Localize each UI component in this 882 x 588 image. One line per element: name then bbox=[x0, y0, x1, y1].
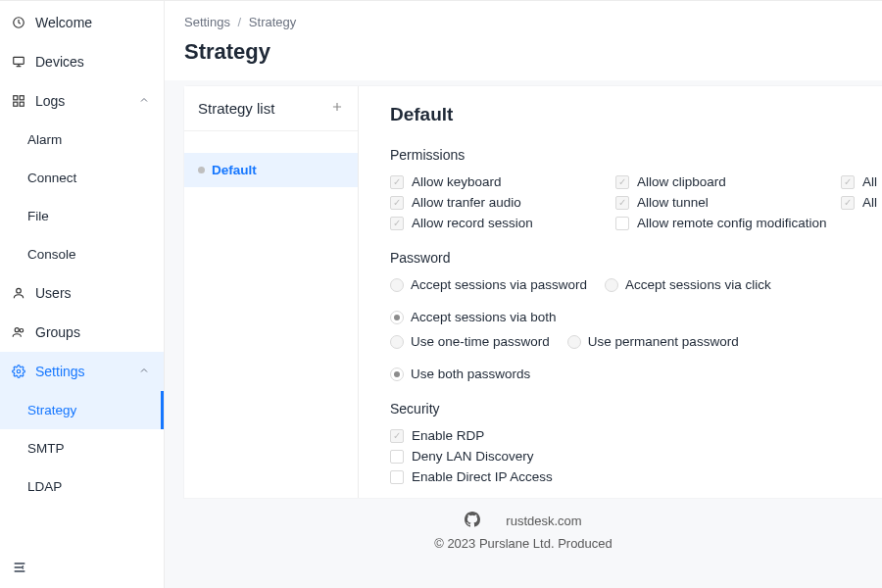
strategy-list-item[interactable]: Default bbox=[184, 153, 358, 187]
checkbox-icon bbox=[390, 429, 404, 443]
svg-rect-3 bbox=[20, 96, 24, 100]
radio-icon bbox=[567, 335, 581, 349]
radio-icon bbox=[390, 335, 404, 349]
collapse-icon bbox=[12, 560, 27, 575]
nav: Welcome Devices Logs Alarm bbox=[0, 3, 164, 550]
gear-icon bbox=[12, 365, 25, 378]
pw-use-both[interactable]: Use both passwords bbox=[390, 367, 530, 381]
breadcrumb: Settings / Strategy bbox=[165, 1, 882, 31]
svg-point-9 bbox=[17, 369, 21, 373]
sidebar-item-label: Strategy bbox=[27, 403, 147, 417]
permissions-heading: Permissions bbox=[390, 147, 882, 163]
perm-allow-tunnel[interactable]: Allow tunnel bbox=[615, 195, 841, 210]
github-icon[interactable] bbox=[465, 512, 480, 530]
sidebar-item-label: LDAP bbox=[27, 479, 150, 494]
sec-deny-lan-discovery[interactable]: Deny LAN Discovery bbox=[390, 449, 882, 464]
checkbox-icon bbox=[841, 196, 855, 210]
perm-allow-keyboard[interactable]: Allow keyboard bbox=[390, 174, 615, 189]
checkbox-icon bbox=[390, 175, 404, 189]
strategy-list-title: Strategy list bbox=[198, 100, 274, 117]
sidebar-item-settings[interactable]: Settings bbox=[0, 352, 164, 391]
svg-rect-2 bbox=[14, 96, 18, 100]
sidebar-item-groups[interactable]: Groups bbox=[0, 313, 164, 352]
sidebar-item-console[interactable]: Console bbox=[0, 235, 164, 273]
pw-accept-password[interactable]: Accept sessions via password bbox=[390, 277, 587, 292]
strategy-list-column: Strategy list Default bbox=[184, 86, 359, 498]
perm-allow-remote-config[interactable]: Allow remote config modification bbox=[615, 216, 841, 230]
pw-accept-both[interactable]: Accept sessions via both bbox=[390, 310, 557, 324]
perm-all-1[interactable]: All bbox=[841, 174, 882, 189]
monitor-icon bbox=[12, 55, 25, 69]
sidebar-item-strategy[interactable]: Strategy bbox=[0, 391, 164, 429]
security-heading: Security bbox=[390, 401, 882, 416]
footer-copyright: © 2023 Purslane Ltd. Produced bbox=[165, 536, 882, 551]
svg-point-6 bbox=[17, 288, 22, 293]
sidebar-item-users[interactable]: Users bbox=[0, 273, 164, 313]
svg-rect-5 bbox=[20, 102, 24, 106]
sidebar-item-label: Users bbox=[35, 285, 150, 301]
checkbox-icon bbox=[841, 175, 855, 189]
breadcrumb-current: Strategy bbox=[249, 15, 296, 29]
footer-link[interactable]: rustdesk.com bbox=[506, 514, 581, 528]
sec-enable-direct-ip[interactable]: Enable Direct IP Access bbox=[390, 469, 882, 484]
checkbox-icon bbox=[615, 217, 629, 230]
breadcrumb-separator: / bbox=[238, 15, 242, 29]
security-section: Security Enable RDP Deny LAN Discovery E… bbox=[390, 401, 882, 484]
radio-icon bbox=[390, 368, 404, 381]
users-icon bbox=[12, 325, 25, 339]
perm-allow-clipboard[interactable]: Allow clipboard bbox=[615, 174, 841, 189]
sidebar-item-label: SMTP bbox=[27, 441, 150, 456]
content-card: Strategy list Default Default bbox=[184, 86, 882, 498]
strategy-detail: Default Permissions Allow keyboard Allow… bbox=[359, 86, 882, 498]
grid-icon bbox=[12, 94, 25, 108]
sidebar-item-label: Connect bbox=[27, 171, 150, 185]
page-title: Strategy bbox=[165, 31, 882, 80]
checkbox-icon bbox=[390, 470, 404, 484]
strategy-detail-title: Default bbox=[390, 104, 882, 125]
add-strategy-button[interactable] bbox=[330, 100, 344, 117]
checkbox-icon bbox=[390, 196, 404, 210]
pw-accept-click[interactable]: Accept sessions via click bbox=[605, 277, 771, 292]
perm-allow-transfer-audio[interactable]: Allow tranfer audio bbox=[390, 195, 615, 210]
sec-enable-rdp[interactable]: Enable RDP bbox=[390, 428, 882, 443]
perm-all-2[interactable]: All bbox=[841, 195, 882, 210]
chevron-up-icon bbox=[138, 364, 150, 379]
user-icon bbox=[12, 286, 25, 300]
password-section: Password Accept sessions via password Ac… bbox=[390, 250, 882, 381]
sidebar-item-label: Welcome bbox=[35, 15, 150, 30]
sidebar-item-welcome[interactable]: Welcome bbox=[0, 3, 164, 42]
password-heading: Password bbox=[390, 250, 882, 266]
svg-rect-4 bbox=[14, 102, 18, 106]
clock-icon bbox=[12, 16, 25, 29]
plus-icon bbox=[330, 100, 344, 114]
sidebar-item-label: Logs bbox=[35, 93, 128, 109]
sidebar: Welcome Devices Logs Alarm bbox=[0, 1, 165, 588]
pw-use-onetime[interactable]: Use one-time password bbox=[390, 334, 550, 349]
svg-rect-1 bbox=[14, 57, 24, 64]
breadcrumb-root[interactable]: Settings bbox=[184, 15, 230, 29]
sidebar-item-label: Alarm bbox=[27, 132, 150, 147]
collapse-sidebar-button[interactable] bbox=[0, 550, 164, 588]
permissions-section: Permissions Allow keyboard Allow clipboa… bbox=[390, 147, 882, 230]
svg-point-7 bbox=[15, 328, 19, 332]
radio-icon bbox=[390, 311, 404, 324]
sidebar-item-alarm[interactable]: Alarm bbox=[0, 121, 164, 159]
pw-use-permanent[interactable]: Use permanent password bbox=[567, 334, 739, 349]
sidebar-item-logs[interactable]: Logs bbox=[0, 81, 164, 121]
sidebar-item-connect[interactable]: Connect bbox=[0, 159, 164, 197]
checkbox-icon bbox=[615, 196, 629, 210]
sidebar-item-label: Groups bbox=[35, 324, 150, 340]
checkbox-icon bbox=[615, 175, 629, 189]
perm-allow-record-session[interactable]: Allow record session bbox=[390, 216, 615, 230]
sidebar-item-label: Console bbox=[27, 247, 150, 262]
sidebar-item-ldap[interactable]: LDAP bbox=[0, 467, 164, 506]
status-dot-icon bbox=[198, 167, 205, 173]
sidebar-item-devices[interactable]: Devices bbox=[0, 42, 164, 81]
svg-point-8 bbox=[20, 329, 24, 333]
main: Settings / Strategy Strategy Strategy li… bbox=[165, 1, 882, 588]
sidebar-item-smtp[interactable]: SMTP bbox=[0, 429, 164, 467]
sidebar-item-file[interactable]: File bbox=[0, 197, 164, 235]
sidebar-item-label: File bbox=[27, 209, 150, 223]
radio-icon bbox=[605, 278, 618, 292]
sidebar-item-label: Settings bbox=[35, 364, 128, 379]
